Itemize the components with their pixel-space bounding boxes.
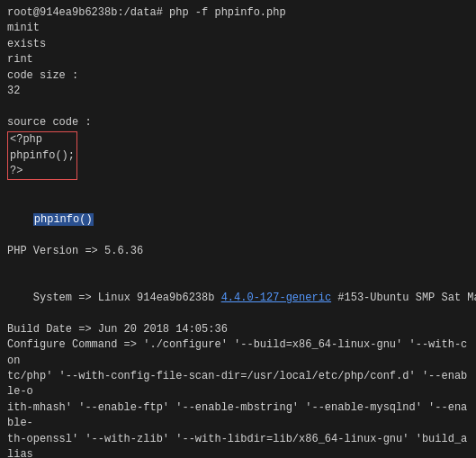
source-label: source code : xyxy=(7,115,469,130)
code-line-1: <?php xyxy=(10,132,75,148)
kernel-link[interactable]: 4.4.0-127-generic xyxy=(221,292,331,304)
code-line-3: ?> xyxy=(10,164,75,179)
output-exists: exists xyxy=(7,37,469,52)
code-block: <?php phpinfo(); ?> xyxy=(7,131,77,180)
spacer-2 xyxy=(7,181,469,196)
configure-line-1: Configure Command => './configure' '--bu… xyxy=(7,337,469,369)
output-minit: minit xyxy=(7,21,469,36)
system-rest: #153-Ubuntu SMP Sat May 19 1 xyxy=(331,292,476,304)
configure-line-2: tc/php' '--with-config-file-scan-dir=/us… xyxy=(7,369,469,400)
code-line-2: phpinfo(); xyxy=(10,148,75,164)
phpinfo-highlight: phpinfo() xyxy=(33,213,94,226)
build-date-line: Build Date => Jun 20 2018 14:05:36 xyxy=(7,322,469,337)
spacer-3 xyxy=(7,259,469,274)
system-text: System => Linux 914ea9b6238b xyxy=(33,292,221,304)
phpinfo-label-line: phpinfo() xyxy=(7,197,469,244)
configure-line-4: th-openssl' '--with-zlib' '--with-libdir… xyxy=(7,432,469,458)
output-rint: rint xyxy=(7,52,469,67)
php-version-line: PHP Version => 5.6.36 xyxy=(7,244,469,259)
terminal-window: root@914ea9b6238b:/data# php -f phpinfo.… xyxy=(0,0,476,458)
output-codesize-label: code size : xyxy=(7,68,469,84)
output-codesize-value: 32 xyxy=(7,84,469,99)
system-line: System => Linux 914ea9b6238b 4.4.0-127-g… xyxy=(7,275,469,322)
prompt-line: root@914ea9b6238b:/data# php -f phpinfo.… xyxy=(7,5,469,21)
spacer-1 xyxy=(7,99,469,114)
configure-line-3: ith-mhash' '--enable-ftp' '--enable-mbst… xyxy=(7,400,469,432)
